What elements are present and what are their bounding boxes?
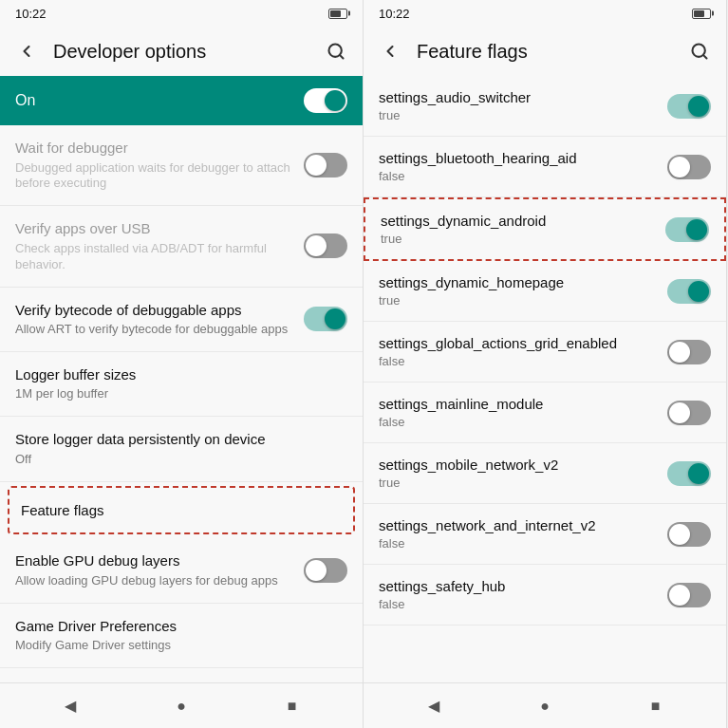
flag-safety-hub-value: false: [379, 597, 656, 611]
flag-mobile-network-toggle-thumb: [688, 463, 709, 484]
right-nav-recent[interactable]: ■: [637, 687, 675, 725]
flag-item-mobile-network-v2[interactable]: settings_mobile_network_v2 true: [364, 443, 726, 504]
flag-item-bluetooth-hearing-aid[interactable]: settings_bluetooth_hearing_aid false: [364, 137, 726, 197]
left-battery-icon: [328, 9, 347, 19]
flag-network-internet-toggle-thumb: [669, 524, 690, 545]
verify-bytecode-text: Verify bytecode of debuggable apps Allow…: [15, 301, 292, 338]
flag-dynamic-android-name: settings_dynamic_android: [381, 213, 654, 229]
gpu-debug-toggle[interactable]: [304, 558, 347, 583]
feature-flags-item[interactable]: Feature flags: [8, 486, 355, 535]
flag-mobile-network-text: settings_mobile_network_v2 true: [379, 457, 656, 490]
right-nav-home[interactable]: ●: [526, 687, 564, 725]
verify-bytecode-item[interactable]: Verify bytecode of debuggable apps Allow…: [0, 288, 363, 352]
store-logger-item[interactable]: Store logger data persistently on device…: [0, 417, 363, 481]
left-toolbar: Developer options: [0, 27, 363, 76]
flag-audio-switcher-name: settings_audio_switcher: [379, 89, 656, 105]
flag-item-audio-switcher[interactable]: settings_audio_switcher true: [364, 76, 726, 137]
store-logger-subtitle: Off: [15, 452, 336, 468]
flag-dynamic-android-toggle[interactable]: [665, 217, 709, 242]
flag-audio-switcher-toggle-thumb: [688, 96, 709, 117]
right-status-bar: 10:22: [364, 0, 726, 27]
flag-item-global-actions[interactable]: settings_global_actions_grid_enabled fal…: [364, 322, 726, 383]
verify-apps-usb-item[interactable]: Verify apps over USB Check apps installe…: [0, 206, 363, 287]
left-nav-recent[interactable]: ■: [273, 687, 311, 725]
game-driver-text: Game Driver Preferences Modify Game Driv…: [15, 617, 336, 654]
flag-safety-hub-text: settings_safety_hub false: [379, 578, 656, 611]
flag-audio-switcher-toggle[interactable]: [667, 94, 711, 119]
left-content: On Wait for debugger Debugged applicatio…: [0, 76, 363, 682]
logger-buffer-subtitle: 1M per log buffer: [15, 386, 336, 402]
flag-item-mainline-module[interactable]: settings_mainline_module false: [364, 383, 726, 443]
on-label: On: [15, 92, 35, 109]
flag-mainline-text: settings_mainline_module false: [379, 396, 656, 429]
gpu-debug-item[interactable]: Enable GPU debug layers Allow loading GP…: [0, 538, 363, 603]
developer-on-row[interactable]: On: [0, 76, 363, 125]
svg-line-1: [340, 55, 344, 59]
svg-line-3: [703, 55, 707, 59]
developer-on-toggle[interactable]: [304, 88, 347, 113]
flag-network-internet-value: false: [379, 536, 656, 551]
wait-debugger-toggle-thumb: [306, 155, 327, 176]
flag-safety-hub-toggle[interactable]: [667, 583, 711, 607]
left-search-button[interactable]: [317, 32, 355, 70]
flag-mainline-value: false: [379, 415, 656, 429]
flag-dynamic-homepage-value: true: [379, 293, 656, 308]
flag-mobile-network-value: true: [379, 476, 656, 490]
game-driver-item[interactable]: Game Driver Preferences Modify Game Driv…: [0, 604, 363, 668]
flag-bluetooth-value: false: [379, 169, 656, 183]
wait-debugger-text: Wait for debugger Debugged application w…: [15, 139, 292, 192]
left-nav-home[interactable]: ●: [162, 687, 200, 725]
verify-bytecode-toggle[interactable]: [304, 307, 347, 331]
flag-item-safety-hub[interactable]: settings_safety_hub false: [364, 565, 726, 625]
feature-flags-wrapper: Feature flags: [0, 482, 363, 539]
right-back-button[interactable]: [371, 32, 409, 70]
developer-on-toggle-thumb: [325, 90, 345, 111]
flag-dynamic-homepage-toggle-thumb: [688, 281, 709, 302]
flag-item-network-internet-v2[interactable]: settings_network_and_internet_v2 false: [364, 504, 726, 565]
logger-buffer-item[interactable]: Logger buffer sizes 1M per log buffer: [0, 352, 363, 417]
left-toolbar-title: Developer options: [53, 41, 317, 63]
gpu-debug-toggle-thumb: [306, 560, 327, 581]
flag-dynamic-android-toggle-thumb: [686, 219, 707, 240]
flag-dynamic-android-value: true: [381, 232, 654, 246]
flag-item-dynamic-android[interactable]: settings_dynamic_android true: [365, 199, 724, 259]
right-search-button[interactable]: [681, 32, 719, 70]
flag-safety-hub-name: settings_safety_hub: [379, 578, 656, 594]
system-tracing-item[interactable]: System Tracing: [0, 668, 363, 682]
flag-bluetooth-toggle-thumb: [669, 157, 690, 177]
logger-buffer-text: Logger buffer sizes 1M per log buffer: [15, 365, 336, 402]
right-status-time: 10:22: [379, 7, 410, 21]
flag-mainline-toggle[interactable]: [667, 401, 711, 425]
wait-debugger-subtitle: Debugged application waits for debugger …: [15, 160, 292, 193]
wait-debugger-item[interactable]: Wait for debugger Debugged application w…: [0, 125, 363, 206]
right-nav-back[interactable]: ◀: [415, 687, 453, 725]
flag-dynamic-android-wrapper: settings_dynamic_android true: [364, 197, 726, 261]
verify-apps-subtitle: Check apps installed via ADB/ADT for har…: [15, 241, 292, 273]
logger-buffer-title: Logger buffer sizes: [15, 365, 336, 384]
flag-mobile-network-toggle[interactable]: [667, 461, 711, 486]
feature-flags-screen: 10:22 Feature flags settings_audio_switc…: [364, 0, 727, 728]
game-driver-subtitle: Modify Game Driver settings: [15, 638, 336, 654]
flag-bluetooth-name: settings_bluetooth_hearing_aid: [379, 150, 656, 166]
left-nav-back[interactable]: ◀: [51, 687, 89, 725]
right-nav-bar: ◀ ● ■: [364, 682, 726, 728]
verify-apps-toggle-thumb: [306, 235, 327, 256]
flag-item-dynamic-homepage[interactable]: settings_dynamic_homepage true: [364, 261, 726, 322]
flag-network-internet-toggle[interactable]: [667, 522, 711, 547]
verify-bytecode-toggle-thumb: [325, 308, 345, 329]
left-status-time: 10:22: [15, 7, 47, 21]
verify-apps-toggle[interactable]: [304, 233, 347, 258]
store-logger-title: Store logger data persistently on device: [15, 430, 336, 449]
gpu-debug-text: Enable GPU debug layers Allow loading GP…: [15, 551, 292, 588]
wait-debugger-toggle[interactable]: [304, 153, 347, 177]
flag-bluetooth-toggle[interactable]: [667, 155, 711, 179]
right-battery-icon: [692, 9, 711, 19]
left-back-button[interactable]: [8, 32, 46, 70]
right-toolbar-title: Feature flags: [417, 41, 681, 63]
flag-bluetooth-text: settings_bluetooth_hearing_aid false: [379, 150, 656, 183]
flag-global-actions-toggle-thumb: [669, 342, 690, 363]
flag-dynamic-homepage-toggle[interactable]: [667, 279, 711, 304]
flag-global-actions-toggle[interactable]: [667, 340, 711, 364]
verify-bytecode-subtitle: Allow ART to verify bytecode for debugga…: [15, 322, 292, 338]
game-driver-title: Game Driver Preferences: [15, 617, 336, 636]
